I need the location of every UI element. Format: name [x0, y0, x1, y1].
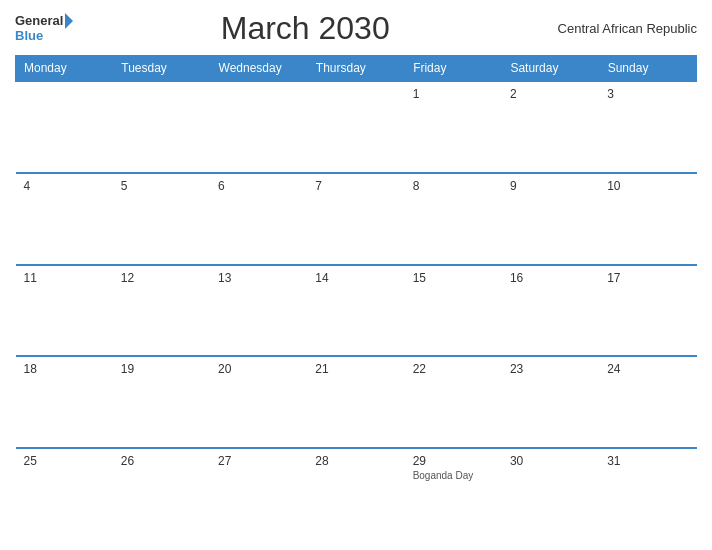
calendar-cell: 13	[210, 265, 307, 357]
calendar-cell: 11	[16, 265, 113, 357]
calendar-cell: 1	[405, 81, 502, 173]
calendar-header-row: Monday Tuesday Wednesday Thursday Friday…	[16, 56, 697, 82]
calendar-cell: 31	[599, 448, 696, 540]
calendar-cell: 26	[113, 448, 210, 540]
calendar-cell: 4	[16, 173, 113, 265]
calendar-cell: 19	[113, 356, 210, 448]
calendar-cell: 5	[113, 173, 210, 265]
calendar-cell: 25	[16, 448, 113, 540]
calendar-cell: 12	[113, 265, 210, 357]
day-number: 24	[607, 362, 688, 376]
day-number: 25	[24, 454, 105, 468]
calendar-cell: 20	[210, 356, 307, 448]
calendar-cell	[16, 81, 113, 173]
logo-triangle-icon	[65, 13, 73, 29]
calendar-cell: 15	[405, 265, 502, 357]
calendar-header: General Blue March 2030 Central African …	[15, 10, 697, 47]
day-number: 7	[315, 179, 396, 193]
calendar-cell: 14	[307, 265, 404, 357]
calendar-cell: 29Boganda Day	[405, 448, 502, 540]
logo: General Blue	[15, 13, 73, 43]
calendar-cell: 10	[599, 173, 696, 265]
calendar-cell: 7	[307, 173, 404, 265]
col-wednesday: Wednesday	[210, 56, 307, 82]
calendar-cell: 28	[307, 448, 404, 540]
day-number: 11	[24, 271, 105, 285]
day-number: 12	[121, 271, 202, 285]
calendar-cell: 8	[405, 173, 502, 265]
calendar-cell	[307, 81, 404, 173]
col-friday: Friday	[405, 56, 502, 82]
day-number: 28	[315, 454, 396, 468]
day-number: 20	[218, 362, 299, 376]
day-number: 13	[218, 271, 299, 285]
day-number: 21	[315, 362, 396, 376]
calendar-cell: 27	[210, 448, 307, 540]
col-thursday: Thursday	[307, 56, 404, 82]
event-label: Boganda Day	[413, 470, 494, 481]
day-number: 8	[413, 179, 494, 193]
calendar-cell: 3	[599, 81, 696, 173]
day-number: 29	[413, 454, 494, 468]
calendar-cell: 9	[502, 173, 599, 265]
day-number: 14	[315, 271, 396, 285]
day-number: 10	[607, 179, 688, 193]
logo-general-text: General	[15, 14, 63, 28]
calendar-cell: 17	[599, 265, 696, 357]
calendar-cell: 16	[502, 265, 599, 357]
table-row: 45678910	[16, 173, 697, 265]
day-number: 6	[218, 179, 299, 193]
day-number: 15	[413, 271, 494, 285]
table-row: 123	[16, 81, 697, 173]
calendar-cell: 18	[16, 356, 113, 448]
day-number: 9	[510, 179, 591, 193]
col-monday: Monday	[16, 56, 113, 82]
calendar-cell: 30	[502, 448, 599, 540]
calendar-cell: 6	[210, 173, 307, 265]
calendar-region: Central African Republic	[537, 21, 697, 36]
calendar-cell: 2	[502, 81, 599, 173]
calendar-title: March 2030	[73, 10, 537, 47]
calendar-cell	[113, 81, 210, 173]
table-row: 18192021222324	[16, 356, 697, 448]
calendar-cell: 22	[405, 356, 502, 448]
day-number: 4	[24, 179, 105, 193]
calendar-cell: 23	[502, 356, 599, 448]
logo-blue-text: Blue	[15, 29, 73, 43]
day-number: 2	[510, 87, 591, 101]
day-number: 22	[413, 362, 494, 376]
day-number: 5	[121, 179, 202, 193]
calendar-table: Monday Tuesday Wednesday Thursday Friday…	[15, 55, 697, 540]
col-sunday: Sunday	[599, 56, 696, 82]
day-number: 23	[510, 362, 591, 376]
day-number: 18	[24, 362, 105, 376]
day-number: 27	[218, 454, 299, 468]
day-number: 19	[121, 362, 202, 376]
calendar-body: 1234567891011121314151617181920212223242…	[16, 81, 697, 540]
day-number: 31	[607, 454, 688, 468]
col-saturday: Saturday	[502, 56, 599, 82]
day-number: 1	[413, 87, 494, 101]
day-number: 16	[510, 271, 591, 285]
calendar-cell: 24	[599, 356, 696, 448]
table-row: 2526272829Boganda Day3031	[16, 448, 697, 540]
day-number: 30	[510, 454, 591, 468]
col-tuesday: Tuesday	[113, 56, 210, 82]
calendar-cell: 21	[307, 356, 404, 448]
day-number: 26	[121, 454, 202, 468]
calendar-wrapper: General Blue March 2030 Central African …	[0, 0, 712, 550]
day-number: 17	[607, 271, 688, 285]
table-row: 11121314151617	[16, 265, 697, 357]
day-number: 3	[607, 87, 688, 101]
calendar-cell	[210, 81, 307, 173]
